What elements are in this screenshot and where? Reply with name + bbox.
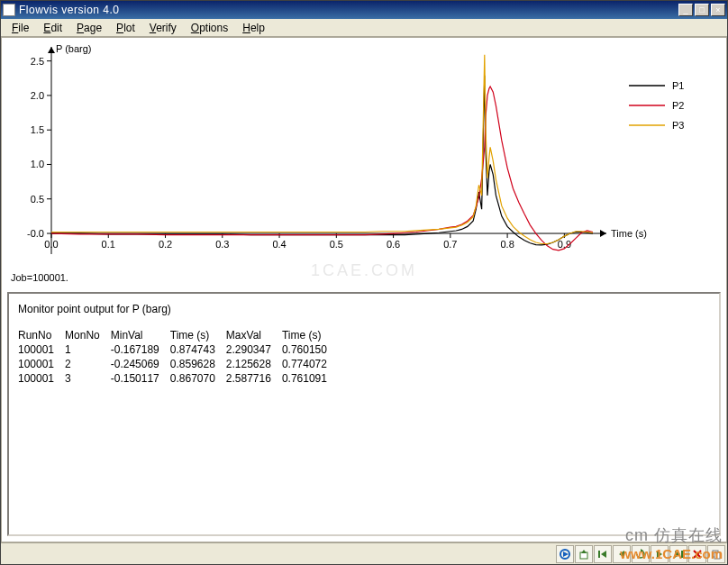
- menu-options-ul: O: [191, 22, 199, 34]
- svg-text:0.3: 0.3: [215, 239, 229, 250]
- menu-options[interactable]: Options: [184, 20, 235, 36]
- table-cell: 0.867070: [170, 371, 226, 386]
- table-cell: 2.125628: [226, 357, 282, 371]
- svg-text:-0.0: -0.0: [27, 228, 44, 239]
- svg-text:0.5: 0.5: [31, 194, 44, 205]
- table-cell: 100001: [18, 371, 65, 386]
- table-row: 1000013-0.1501170.8670702.5877160.761091: [18, 371, 338, 386]
- svg-text:0.2: 0.2: [159, 239, 172, 250]
- svg-marker-50: [601, 551, 606, 558]
- window-title: Flowvis version 4.0: [19, 4, 678, 16]
- table-cell: 0.761091: [282, 371, 338, 386]
- table-cell: 2: [65, 357, 111, 371]
- table-cell: 2.290347: [226, 342, 282, 357]
- table-cell: 1: [65, 342, 111, 357]
- menu-file-ul: F: [12, 22, 18, 34]
- refresh-button[interactable]: [632, 545, 650, 563]
- table-header-row: RunNoMonNoMinValTime (s)MaxValTime (s): [18, 328, 338, 342]
- statusbar: [1, 542, 727, 564]
- svg-text:P3: P3: [672, 120, 684, 131]
- svg-rect-47: [580, 552, 587, 559]
- app-icon: [3, 4, 15, 16]
- table-header: MinVal: [111, 328, 170, 342]
- table-header: Time (s): [282, 328, 338, 342]
- prev-button[interactable]: [613, 545, 631, 563]
- svg-marker-51: [619, 551, 624, 558]
- svg-text:2.5: 2.5: [31, 56, 44, 67]
- play-button[interactable]: [556, 545, 574, 563]
- chart-pane: 0.00.10.20.30.40.50.60.70.80.9-0.00.51.0…: [2, 38, 726, 290]
- table-cell: 100001: [18, 357, 65, 371]
- menu-edit[interactable]: Edit: [36, 20, 69, 36]
- menu-plot-ul: P: [116, 22, 123, 34]
- table-cell: 2.587716: [226, 371, 282, 386]
- table-header: RunNo: [18, 328, 65, 342]
- svg-text:0.8: 0.8: [500, 239, 514, 250]
- menu-page[interactable]: Page: [69, 20, 109, 36]
- table-cell: -0.167189: [111, 342, 170, 357]
- svg-text:Job=100001.: Job=100001.: [11, 272, 68, 283]
- table-row: 1000012-0.2450690.8596282.1256280.774072: [18, 357, 338, 371]
- first-button[interactable]: [594, 545, 612, 563]
- chart-svg: 0.00.10.20.30.40.50.60.70.80.9-0.00.51.0…: [2, 38, 727, 290]
- menu-help[interactable]: Help: [235, 20, 272, 36]
- export-button[interactable]: [575, 545, 593, 563]
- close-icon: ×: [715, 5, 720, 14]
- table-cell: -0.150117: [111, 371, 170, 386]
- table-cell: 3: [65, 371, 111, 386]
- svg-text:1.0: 1.0: [31, 159, 44, 169]
- table-cell: 100001: [18, 342, 65, 357]
- app-window: Flowvis version 4.0 _ □ × File Edit Page…: [0, 0, 728, 565]
- table-row: 1000011-0.1671890.8747432.2903470.760150: [18, 342, 338, 357]
- menu-page-ul: P: [77, 22, 84, 34]
- svg-text:0.0: 0.0: [44, 239, 58, 250]
- svg-text:0.4: 0.4: [272, 239, 286, 250]
- table-cell: -0.245069: [111, 357, 170, 371]
- titlebar: Flowvis version 4.0 _ □ ×: [1, 1, 727, 19]
- minimize-button[interactable]: _: [678, 4, 693, 16]
- menu-verify[interactable]: Verify: [142, 20, 184, 36]
- table-header: MonNo: [65, 328, 111, 342]
- svg-text:P1: P1: [672, 80, 684, 91]
- window-buttons: _ □ ×: [678, 4, 725, 16]
- svg-text:1.5: 1.5: [31, 124, 44, 135]
- table-cell: 0.774072: [282, 357, 338, 371]
- svg-text:Time (s): Time (s): [611, 228, 647, 239]
- minimize-icon: _: [683, 5, 687, 14]
- info-title: Monitor point output for P (barg): [18, 303, 710, 315]
- svg-marker-54: [675, 551, 680, 558]
- svg-text:0.6: 0.6: [387, 239, 400, 250]
- svg-text:2.0: 2.0: [31, 90, 44, 101]
- svg-marker-1: [600, 230, 606, 237]
- menu-help-ul: H: [242, 22, 250, 34]
- menu-file[interactable]: File: [5, 20, 36, 36]
- svg-marker-3: [48, 47, 55, 53]
- maximize-icon: □: [699, 5, 704, 14]
- menu-plot[interactable]: Plot: [109, 20, 142, 36]
- maximize-button[interactable]: □: [695, 4, 709, 16]
- svg-rect-59: [714, 552, 720, 559]
- svg-marker-48: [581, 550, 587, 553]
- info-pane: Monitor point output for P (barg) RunNoM…: [7, 292, 721, 536]
- svg-text:P2: P2: [672, 100, 684, 111]
- monitor-table: RunNoMonNoMinValTime (s)MaxValTime (s) 1…: [18, 328, 338, 386]
- copy-button[interactable]: [707, 545, 725, 563]
- svg-marker-46: [563, 551, 569, 557]
- menubar: File Edit Page Plot Verify Options Help: [1, 19, 727, 37]
- client-area: 0.00.10.20.30.40.50.60.70.80.9-0.00.51.0…: [1, 37, 727, 542]
- close-button[interactable]: ×: [711, 4, 725, 16]
- svg-text:0.7: 0.7: [443, 239, 457, 250]
- svg-rect-49: [598, 551, 600, 558]
- svg-text:P (barg): P (barg): [56, 43, 92, 54]
- last-button[interactable]: [669, 545, 687, 563]
- table-cell: 0.760150: [282, 342, 338, 357]
- menu-verify-ul: V: [150, 22, 156, 34]
- svg-rect-55: [681, 551, 683, 558]
- table-cell: 0.874743: [170, 342, 226, 357]
- next-button[interactable]: [651, 545, 669, 563]
- svg-text:0.1: 0.1: [102, 239, 115, 250]
- delete-button[interactable]: [688, 545, 706, 563]
- table-cell: 0.859628: [170, 357, 226, 371]
- table-header: Time (s): [170, 328, 226, 342]
- svg-marker-53: [657, 551, 662, 558]
